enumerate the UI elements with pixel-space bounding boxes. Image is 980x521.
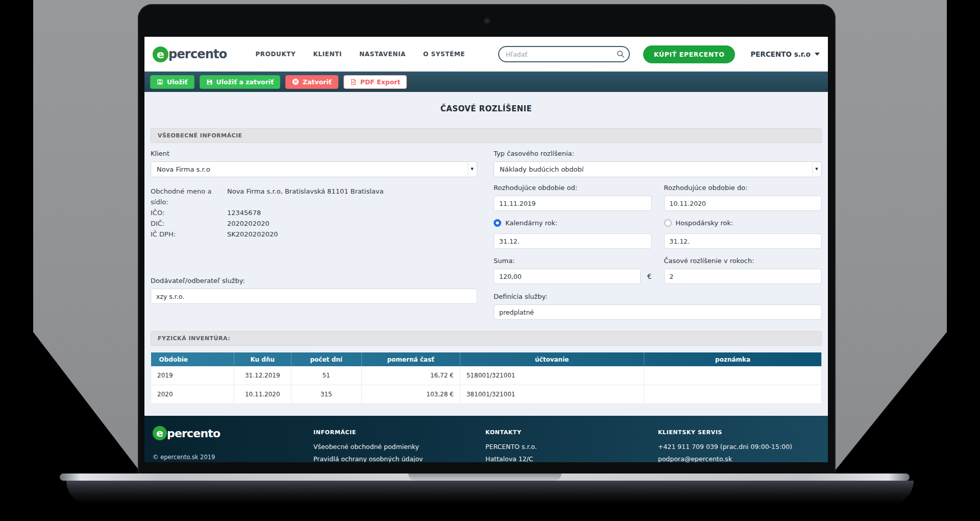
hospodarsky-rok-label: Hospodársky rok: <box>676 219 733 227</box>
table-row[interactable]: 2019 31.12.2019 51 16,72 € 518001/321001 <box>151 366 822 385</box>
search-icon <box>617 50 625 58</box>
search-box <box>498 46 630 62</box>
laptop-screen-bezel: e percento PRODUKTY KLIENTI NASTAVENIA O… <box>138 4 836 478</box>
footer-col-klientsky-servis: KLIENTSKY SERVIS +421 911 709 039 (prac.… <box>658 426 820 462</box>
cell-obdobie: 2020 <box>151 385 234 404</box>
table-row[interactable]: 2020 10.11.2020 315 103,28 € 381001/3210… <box>151 385 822 404</box>
col-header-pomerna-cast: pomerná časť <box>361 352 460 366</box>
footer-copyright: © epercento.sk 2019 <box>153 454 313 461</box>
save-icon <box>206 79 213 85</box>
footer-link-obchodne-podmienky[interactable]: Všeobecné obchodné podmienky <box>313 443 485 451</box>
close-circle-icon <box>292 78 299 85</box>
typ-select-value: Náklady budúcich období <box>500 165 583 173</box>
nav-menu: PRODUKTY KLIENTI NASTAVENIA O SYSTÉME <box>255 51 465 58</box>
logo-text: percento <box>168 47 227 61</box>
cell-obdobie: 2019 <box>151 366 234 385</box>
roky-input[interactable] <box>664 269 822 284</box>
section-general-info: VŠEOBECNÉ INFORMÁCIE <box>151 128 822 143</box>
inventory-table-head: Obdobie Ku dňu počet dní pomerná časť úč… <box>151 352 822 366</box>
save-icon <box>157 79 163 85</box>
footer: e percento © epercento.sk 2019 INFORMÁCI… <box>144 416 828 462</box>
currency-euro-label: € <box>647 272 652 280</box>
screen-display: e percento PRODUKTY KLIENTI NASTAVENIA O… <box>144 37 828 462</box>
cell-ku-dnu: 10.11.2020 <box>234 385 291 404</box>
close-button[interactable]: Zatvoriť <box>285 75 338 89</box>
cell-poznamka <box>644 366 821 385</box>
footer-email-link[interactable]: podpora@epercento.sk <box>658 456 820 462</box>
account-name: PERCENTO s.r.o <box>750 50 811 58</box>
toolbar: Uložiť Uložiť a zatvoriť Zatvoriť <box>144 72 828 92</box>
period-grid: Rozhodujúce obdobie od: Kalendárny rok: … <box>494 177 822 284</box>
typ-label: Typ časového rozlíšenia: <box>494 150 822 157</box>
info-value: 2020202020 <box>227 218 270 229</box>
footer-col-kontakty: KONTAKTY PERCENTO s.r.o. Hattalova 12/C <box>485 426 658 462</box>
select-dropdown-icon[interactable]: ▼ <box>812 162 821 176</box>
cell-poznamka <box>644 385 821 404</box>
info-row: DIČ: 2020202020 <box>151 218 477 229</box>
footer-link-ochrana-udajov[interactable]: Pravidlá ochrany osobných údajov <box>313 456 485 462</box>
klient-select[interactable]: Nova Firma s.r.o ▼ <box>151 161 477 177</box>
suma-input[interactable] <box>494 269 641 284</box>
inventory-table: Obdobie Ku dňu počet dní pomerná časť úč… <box>151 352 822 404</box>
cell-pocet-dni: 51 <box>291 366 361 385</box>
section-inventory: FYZICKÁ INVENTÚRA: <box>151 331 822 346</box>
col-header-ku-dnu: Ku dňu <box>234 352 291 366</box>
account-dropdown[interactable]: PERCENTO s.r.o <box>750 50 820 58</box>
logo-text: percento <box>167 427 220 440</box>
kalendarny-rok-radio[interactable] <box>494 219 501 227</box>
col-header-poznamka: poznámka <box>644 352 821 366</box>
footer-col-informacie: INFORMÁCIE Všeobecné obchodné podmienky … <box>313 426 485 462</box>
info-value: 12345678 <box>227 207 261 218</box>
webcam-dot <box>484 18 489 24</box>
obdobie-do-input[interactable] <box>664 196 822 211</box>
page-title: ČASOVÉ ROZLÍŠENIE <box>151 92 822 113</box>
klient-label: Klient <box>151 150 477 157</box>
nav-item-nastavenia[interactable]: NASTAVENIA <box>359 51 406 58</box>
nav-item-produkty[interactable]: PRODUKTY <box>255 51 296 58</box>
obdobie-od-input[interactable] <box>494 196 652 211</box>
cell-pocet-dni: 315 <box>291 385 361 404</box>
suma-label: Suma: <box>494 257 652 265</box>
nav-item-o-systeme[interactable]: O SYSTÉME <box>423 51 465 58</box>
col-header-obdobie: Obdobie <box>151 352 234 366</box>
pdf-export-button[interactable]: PDF Export <box>344 75 407 89</box>
cell-uctovanie: 381001/321001 <box>460 385 644 404</box>
col-header-uctovanie: účtovanie <box>460 352 644 366</box>
general-form: Klient Nova Firma s.r.o ▼ Obchodné meno … <box>151 143 822 320</box>
navbar: e percento PRODUKTY KLIENTI NASTAVENIA O… <box>144 37 828 72</box>
definicia-input[interactable] <box>494 304 822 320</box>
kalendarny-rok-label: Kalendárny rok: <box>505 219 557 227</box>
save-button[interactable]: Uložiť <box>150 75 194 89</box>
footer-address: Hattalova 12/C <box>485 456 658 462</box>
info-row: Obchodné meno a sídlo: Nova Firma s.r.o,… <box>151 186 477 207</box>
hospodarsky-rok-radio[interactable] <box>664 219 672 227</box>
select-dropdown-icon[interactable]: ▼ <box>468 162 476 176</box>
typ-select[interactable]: Náklady budúcich období ▼ <box>494 161 822 177</box>
client-info-block: Obchodné meno a sídlo: Nova Firma s.r.o,… <box>151 186 477 240</box>
footer-epercento-logo[interactable]: e percento <box>153 426 313 440</box>
buy-epercento-button[interactable]: KÚPIŤ EPERCENTO <box>643 45 736 63</box>
cell-uctovanie: 518001/321001 <box>460 366 644 385</box>
footer-phone: +421 911 709 039 (prac.dni 09:00-15:00) <box>658 443 820 451</box>
page-body: ČASOVÉ ROZLÍŠENIE VŠEOBECNÉ INFORMÁCIE K… <box>144 92 828 416</box>
roky-label: Časové rozlíšenie v rokoch: <box>664 257 822 265</box>
nav-item-klienti[interactable]: KLIENTI <box>313 51 342 58</box>
kalendarny-rok-input[interactable] <box>494 233 652 249</box>
info-value: SK2020202020 <box>227 229 278 240</box>
obdobie-do-label: Rozhodujúce obdobie do: <box>664 184 822 192</box>
save-and-close-button[interactable]: Uložiť a zatvoriť <box>200 75 281 89</box>
logo-e-circle: e <box>153 46 168 62</box>
hospodarsky-rok-input[interactable] <box>664 233 822 249</box>
info-value: Nova Firma s.r.o, Bratislavská 81101 Bra… <box>227 186 384 207</box>
cell-pomerna-cast: 16,72 € <box>361 366 460 385</box>
epercento-logo[interactable]: e percento <box>153 46 227 62</box>
hospodarsky-radio-row: Hospodársky rok: <box>664 219 822 227</box>
dodavatel-input[interactable] <box>151 289 477 304</box>
klient-select-value: Nova Firma s.r.o <box>157 165 210 173</box>
definicia-label: Definícia služby: <box>494 293 822 300</box>
footer-company: PERCENTO s.r.o. <box>485 443 658 451</box>
laptop-base-body <box>66 481 914 505</box>
cell-ku-dnu: 31.12.2019 <box>234 366 291 385</box>
dodavatel-label: Dodávateľ/odberateľ služby: <box>151 277 477 285</box>
search-input[interactable] <box>498 46 630 62</box>
